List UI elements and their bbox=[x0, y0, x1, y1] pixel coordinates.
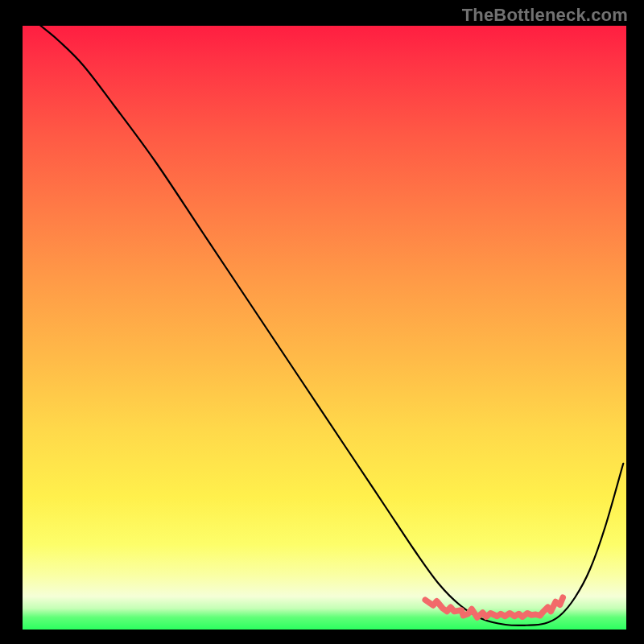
gradient-panel bbox=[23, 26, 626, 630]
chart-stage: TheBottleneck.com bbox=[0, 0, 644, 644]
curve-layer bbox=[23, 26, 626, 630]
watermark-text: TheBottleneck.com bbox=[462, 5, 628, 26]
red-underline bbox=[425, 597, 563, 617]
main-curve bbox=[41, 26, 624, 625]
